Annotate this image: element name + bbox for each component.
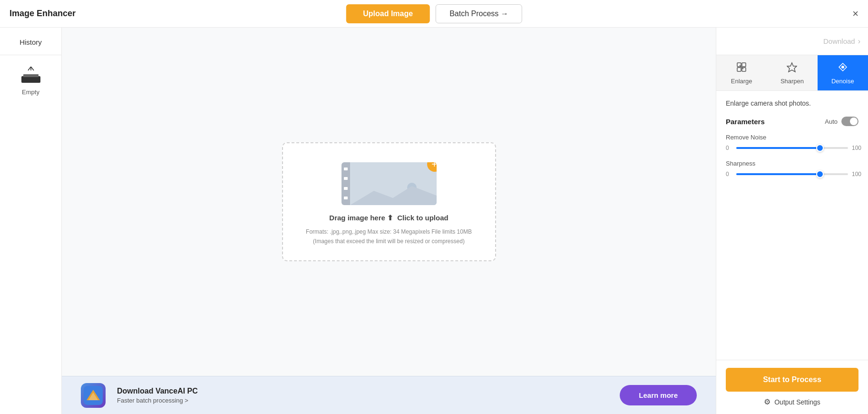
upload-formats: Formats: .jpg,.png,.jpeg Max size: 34 Me… <box>306 227 472 246</box>
sharpen-icon <box>787 62 797 75</box>
main-layout: History Empty <box>0 28 868 414</box>
learn-more-button[interactable]: Learn more <box>620 385 697 405</box>
tab-enlarge[interactable]: Enlarge <box>716 55 767 90</box>
preview-landscape <box>350 162 437 205</box>
formats-line2: (Images that exceed the limit will be re… <box>313 238 465 245</box>
sidebar-empty-item: Empty <box>0 55 61 99</box>
svg-point-16 <box>841 66 844 69</box>
header-actions: Upload Image Batch Process → <box>346 4 522 23</box>
sidebar: History Empty <box>0 28 62 414</box>
tab-enlarge-label: Enlarge <box>731 78 752 85</box>
banner-subtitle: Faster batch processing > <box>117 397 608 404</box>
download-label: Download <box>823 37 855 45</box>
output-settings[interactable]: ⚙ Output Settings <box>726 397 858 406</box>
upload-zone-wrapper: + Drag image here ⬆ Click to upload Form… <box>62 28 716 376</box>
inbox-icon <box>20 67 42 84</box>
svg-rect-12 <box>742 63 746 67</box>
parameters-label: Parameters <box>726 118 765 126</box>
svg-marker-15 <box>787 63 797 72</box>
remove-noise-max: 100 <box>852 145 858 151</box>
banner-text: Download VanceAI PC Faster batch process… <box>117 387 608 404</box>
right-panel: Download › Enlarge <box>716 28 868 414</box>
upload-icon: ⬆ <box>387 214 393 222</box>
denoise-icon <box>838 62 848 75</box>
auto-label: Auto <box>825 118 838 125</box>
film-strip <box>341 162 350 205</box>
sharpness-min: 0 <box>726 171 732 177</box>
upload-image-preview: + <box>341 162 437 205</box>
sidebar-item-history[interactable]: History <box>0 28 61 55</box>
titlebar: Image Enhancer Upload Image Batch Proces… <box>0 0 868 28</box>
svg-rect-3 <box>21 76 40 83</box>
app-title: Image Enhancer <box>10 9 76 19</box>
upload-drag-text: Drag image here ⬆ Click to upload <box>329 214 448 222</box>
tab-denoise-label: Denoise <box>831 78 854 85</box>
remove-noise-fill <box>736 147 820 149</box>
center-area: + Drag image here ⬆ Click to upload Form… <box>62 28 716 414</box>
parameters-header: Parameters Auto <box>726 117 858 126</box>
bottom-banner: Download VanceAI PC Faster batch process… <box>62 376 716 414</box>
batch-process-button[interactable]: Batch Process → <box>436 4 522 23</box>
sharpness-slider-row: 0 100 <box>726 171 858 177</box>
tab-sharpen-label: Sharpen <box>780 78 804 85</box>
upload-image-button[interactable]: Upload Image <box>346 4 430 23</box>
toggle-knob <box>850 118 858 125</box>
remove-noise-slider-row: 0 100 <box>726 145 858 151</box>
svg-rect-4 <box>23 74 39 77</box>
enlarge-icon <box>736 62 747 75</box>
tab-sharpen[interactable]: Sharpen <box>767 55 817 90</box>
start-to-process-button[interactable]: Start to Process <box>726 368 858 392</box>
chevron-right-icon: › <box>858 37 860 46</box>
remove-noise-track[interactable] <box>736 147 848 149</box>
svg-rect-13 <box>737 68 741 71</box>
auto-toggle-switch[interactable] <box>841 117 858 126</box>
sharpness-track[interactable] <box>736 173 848 175</box>
sharpness-label: Sharpness <box>726 160 858 167</box>
remove-noise-label: Remove Noise <box>726 134 858 141</box>
app-icon <box>81 383 106 408</box>
formats-line1: Formats: .jpg,.png,.jpeg Max size: 34 Me… <box>306 228 472 235</box>
output-settings-label: Output Settings <box>774 398 820 406</box>
panel-content: Enlarge camera shot photos. Parameters A… <box>716 91 868 360</box>
sharpness-max: 100 <box>852 171 858 177</box>
upload-click-label: Click to upload <box>397 214 449 222</box>
sharpness-thumb[interactable] <box>816 170 824 178</box>
panel-description: Enlarge camera shot photos. <box>726 99 858 107</box>
tab-denoise[interactable]: Denoise <box>818 55 868 90</box>
sharpness-fill <box>736 173 820 175</box>
panel-footer: Start to Process ⚙ Output Settings <box>716 360 868 414</box>
remove-noise-thumb[interactable] <box>816 144 824 152</box>
upload-zone[interactable]: + Drag image here ⬆ Click to upload Form… <box>282 142 496 262</box>
remove-noise-min: 0 <box>726 145 732 151</box>
svg-line-2 <box>31 67 34 70</box>
auto-toggle: Auto <box>825 117 858 126</box>
gear-icon: ⚙ <box>764 397 770 406</box>
panel-download-bar: Download › <box>716 28 868 55</box>
upload-drag-label: Drag image here <box>329 214 387 222</box>
download-link[interactable]: Download › <box>823 37 860 46</box>
svg-line-0 <box>28 67 31 70</box>
sidebar-empty-label: Empty <box>22 89 39 96</box>
banner-title: Download VanceAI PC <box>117 387 608 395</box>
panel-tabs: Enlarge Sharpen Denoise <box>716 55 868 91</box>
close-button[interactable]: × <box>852 9 858 19</box>
